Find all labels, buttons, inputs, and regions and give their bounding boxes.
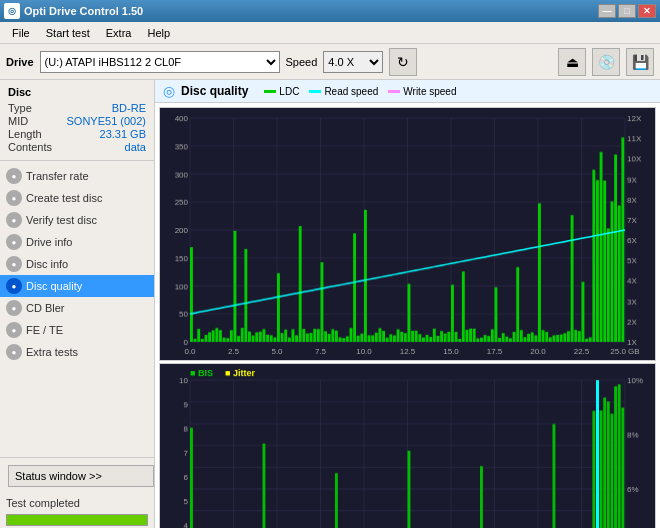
sidebar-btn-icon: ● <box>6 256 22 272</box>
disc-contents-value: data <box>125 141 146 153</box>
menu-extra[interactable]: Extra <box>98 25 140 41</box>
titlebar-controls[interactable]: — □ ✕ <box>598 4 656 18</box>
sidebar-btn-label: Transfer rate <box>26 170 89 182</box>
sidebar-btn-label: Create test disc <box>26 192 102 204</box>
drive-select[interactable]: (U:) ATAPI iHBS112 2 CL0F <box>40 51 280 73</box>
ldc-legend-label: LDC <box>279 86 299 97</box>
disc-mid-value: SONYE51 (002) <box>67 115 146 127</box>
ldc-chart-canvas <box>160 108 655 360</box>
chart-icon: ◎ <box>163 83 175 99</box>
sidebar-btn-icon: ● <box>6 344 22 360</box>
sidebar-btn-drive-info[interactable]: ●Drive info <box>0 231 154 253</box>
drive-label: Drive <box>6 56 34 68</box>
speed-label: Speed <box>286 56 318 68</box>
sidebar-btn-icon: ● <box>6 190 22 206</box>
sidebar-btn-extra-tests[interactable]: ●Extra tests <box>0 341 154 363</box>
sidebar-btn-cd-bler[interactable]: ●CD Bler <box>0 297 154 319</box>
ldc-color-dot <box>264 90 276 93</box>
maximize-button[interactable]: □ <box>618 4 636 18</box>
sidebar-btn-label: FE / TE <box>26 324 63 336</box>
top-chart <box>159 107 656 361</box>
disc-length-label: Length <box>8 128 42 140</box>
disc-contents-label: Contents <box>8 141 52 153</box>
chart-title: Disc quality <box>181 84 248 98</box>
eject-button[interactable]: ⏏ <box>558 48 586 76</box>
sidebar-btn-verify-test-disc[interactable]: ●Verify test disc <box>0 209 154 231</box>
status-window-button[interactable]: Status window >> <box>8 465 154 487</box>
disc-info-panel: Disc Type BD-RE MID SONYE51 (002) Length… <box>0 80 154 161</box>
app-title: Opti Drive Control 1.50 <box>24 5 143 17</box>
charts-container <box>155 103 660 528</box>
chart-legend: LDC Read speed Write speed <box>264 86 456 97</box>
speed-select[interactable]: 4.0 X <box>323 51 383 73</box>
sidebar-btn-label: Verify test disc <box>26 214 97 226</box>
disc-mid-row: MID SONYE51 (002) <box>8 115 146 127</box>
disc-mid-label: MID <box>8 115 28 127</box>
read-color-dot <box>309 90 321 93</box>
legend-ldc: LDC <box>264 86 299 97</box>
bis-chart-canvas <box>160 364 655 528</box>
menu-file[interactable]: File <box>4 25 38 41</box>
progress-bar <box>6 514 148 526</box>
sidebar-btn-icon: ● <box>6 168 22 184</box>
sidebar-btn-icon: ● <box>6 322 22 338</box>
save-button[interactable]: 💾 <box>626 48 654 76</box>
chart-header: ◎ Disc quality LDC Read speed Write spee… <box>155 80 660 103</box>
sidebar-bottom: Status window >> Test completed <box>0 457 154 528</box>
disc-length-row: Length 23.31 GB <box>8 128 146 140</box>
legend-read: Read speed <box>309 86 378 97</box>
disc-type-row: Type BD-RE <box>8 102 146 114</box>
write-legend-label: Write speed <box>403 86 456 97</box>
main-layout: Disc Type BD-RE MID SONYE51 (002) Length… <box>0 80 660 528</box>
close-button[interactable]: ✕ <box>638 4 656 18</box>
test-completed-label: Test completed <box>0 494 154 512</box>
sidebar-btn-transfer-rate[interactable]: ●Transfer rate <box>0 165 154 187</box>
sidebar-btn-label: Extra tests <box>26 346 78 358</box>
app-icon: ◎ <box>4 3 20 19</box>
disc-length-value: 23.31 GB <box>100 128 146 140</box>
sidebar-btn-label: Disc quality <box>26 280 82 292</box>
disc-type-label: Type <box>8 102 32 114</box>
disc-button[interactable]: 💿 <box>592 48 620 76</box>
bottom-chart <box>159 363 656 528</box>
sidebar-nav: ●Transfer rate●Create test disc●Verify t… <box>0 161 154 457</box>
sidebar-btn-icon: ● <box>6 278 22 294</box>
disc-contents-row: Contents data <box>8 141 146 153</box>
write-color-dot <box>388 90 400 93</box>
sidebar-btn-icon: ● <box>6 300 22 316</box>
sidebar-btn-label: CD Bler <box>26 302 65 314</box>
sidebar-btn-create-test-disc[interactable]: ●Create test disc <box>0 187 154 209</box>
refresh-button[interactable]: ↻ <box>389 48 417 76</box>
sidebar-btn-label: Drive info <box>26 236 72 248</box>
sidebar-btn-disc-info[interactable]: ●Disc info <box>0 253 154 275</box>
menubar: File Start test Extra Help <box>0 22 660 44</box>
menu-start-test[interactable]: Start test <box>38 25 98 41</box>
read-legend-label: Read speed <box>324 86 378 97</box>
sidebar-btn-fe---te[interactable]: ●FE / TE <box>0 319 154 341</box>
sidebar-btn-icon: ● <box>6 212 22 228</box>
titlebar-left: ◎ Opti Drive Control 1.50 <box>4 3 143 19</box>
menu-help[interactable]: Help <box>139 25 178 41</box>
disc-section-title: Disc <box>8 86 146 98</box>
sidebar-btn-label: Disc info <box>26 258 68 270</box>
content-area: ◎ Disc quality LDC Read speed Write spee… <box>155 80 660 528</box>
sidebar-btn-disc-quality[interactable]: ●Disc quality <box>0 275 154 297</box>
titlebar: ◎ Opti Drive Control 1.50 — □ ✕ <box>0 0 660 22</box>
minimize-button[interactable]: — <box>598 4 616 18</box>
disc-type-value: BD-RE <box>112 102 146 114</box>
legend-write: Write speed <box>388 86 456 97</box>
sidebar: Disc Type BD-RE MID SONYE51 (002) Length… <box>0 80 155 528</box>
toolbar: Drive (U:) ATAPI iHBS112 2 CL0F Speed 4.… <box>0 44 660 80</box>
sidebar-btn-icon: ● <box>6 234 22 250</box>
progress-bar-fill <box>7 515 147 525</box>
